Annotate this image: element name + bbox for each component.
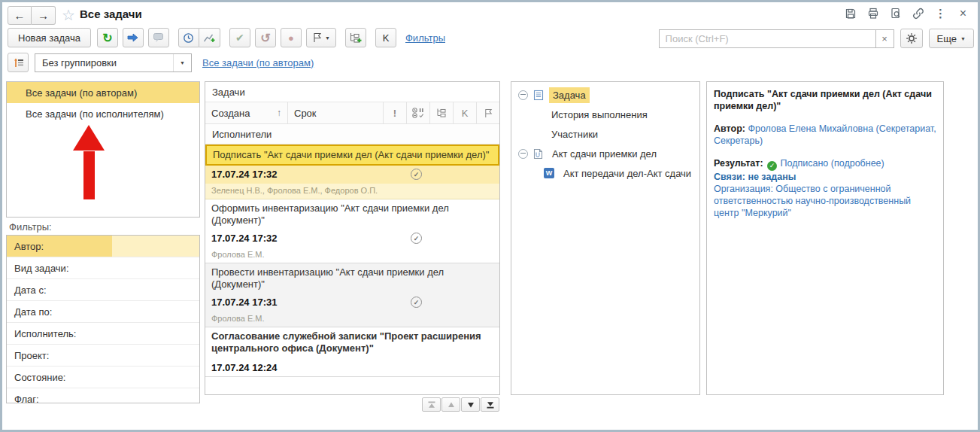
details-author: Автор: Фролова Елена Михайловна (Секрета… [714,123,937,147]
filter-row-date-from[interactable]: Дата с: [7,279,199,301]
tasks-column-headers: Создана ↑ Срок ! K [205,102,499,124]
forward-arrow-icon[interactable]: → [32,6,56,25]
menu-dots-icon[interactable]: ⋮ [934,7,947,20]
task-row[interactable]: Подписать "Акт сдачи приемки дел (Акт сд… [205,145,499,199]
kanban-button[interactable]: K [375,28,396,47]
filter-row-author[interactable]: Автор: [7,236,199,257]
sort-list-icon [13,57,24,68]
blue-arrow-icon [127,33,138,42]
cancel-task-button[interactable]: ● [281,28,302,47]
task-created-cell: 17.07.24 12:24 [205,359,499,377]
task-executors: Зеленец Н.В., Фролова Е.М., Федоров О.П. [205,184,499,199]
chart-add-button[interactable] [199,28,220,47]
tree-node-participants[interactable]: Участники [511,124,699,144]
filters-link[interactable]: Фильтры [405,32,445,44]
task-created-value: 17.07.24 17:32 [211,233,277,244]
caret-down-icon: ▼ [325,35,330,41]
task-row[interactable]: Оформить инвентаризацию "Акт сдачи прием… [205,199,499,263]
link-icon[interactable] [912,7,924,20]
author-link[interactable]: Фролова Елена Михайловна (Секретариат, С… [714,123,936,146]
tasks-panel-title: Задачи [205,82,499,102]
details-organization: Организация: Общество с ограниченной отв… [714,183,937,219]
filter-row-task-type[interactable]: Вид задачи: [7,257,199,279]
column-due[interactable]: Срок [288,102,384,123]
column-flag[interactable] [477,102,499,123]
favorite-star-icon[interactable]: ☆ [62,6,75,24]
filter-value [112,388,199,403]
filter-row-flag[interactable]: Флаг: [7,388,199,403]
filter-row-executor[interactable]: Исполнитель: [7,323,199,345]
restart-button[interactable]: ↺ [255,28,276,47]
filter-row-date-to[interactable]: Дата по: [7,301,199,323]
search-clear-button[interactable]: × [875,29,894,48]
tasks-panel: Задачи Создана ↑ Срок ! [205,81,500,395]
filter-row-state[interactable]: Состояние: [7,367,199,388]
annotation-arrow-shaft [83,151,95,199]
column-importance[interactable]: ! [384,102,407,123]
preview-search-icon[interactable] [889,7,902,20]
task-row[interactable]: Провести инвентаризацию "Акт сдачи прием… [205,263,499,327]
tree-node-file[interactable]: W Акт передачи дел-Акт сдачи [511,163,699,183]
filter-label: Проект: [7,345,112,366]
save-icon[interactable] [844,7,857,20]
done-check-icon: ✓ [411,297,422,308]
task-created-value: 17.07.24 12:24 [211,362,277,373]
search-input[interactable] [659,29,875,48]
collapse-icon[interactable] [518,90,528,100]
filter-value [112,323,199,344]
execute-button[interactable]: ✔ [229,28,250,47]
status-grid-icon [412,108,424,118]
view-item-by-authors[interactable]: Все задачи (по авторам) [7,82,199,103]
speech-bubble-icon [153,32,164,43]
grouping-select[interactable]: Без группировки ▼ [35,53,192,72]
go-last-button[interactable] [481,397,499,412]
print-icon[interactable] [866,7,879,20]
tree-node-history[interactable]: История выполнения [511,105,699,124]
column-kanban[interactable]: K [454,102,477,123]
go-next-button[interactable] [461,397,480,412]
tree-node-task[interactable]: Задача [511,85,699,105]
task-created-cell: 17.07.24 17:32 ✓ [205,230,499,248]
sort-button[interactable] [8,53,29,72]
view-item-by-executors[interactable]: Все задачи (по исполнителям) [7,103,199,124]
column-subtasks[interactable] [430,102,454,123]
more-button[interactable]: Еще ▼ [929,29,974,48]
comment-button[interactable] [148,28,169,47]
page-title: Все задачи [80,8,142,20]
close-icon[interactable]: × [957,7,969,20]
author-label: Автор: [714,123,745,134]
links-value[interactable]: не заданы [748,172,796,182]
column-status[interactable] [407,102,430,123]
result-more-link[interactable]: (подробнее) [831,158,884,169]
tree-icon [436,108,447,117]
filter-value [112,257,199,278]
filter-value [112,345,199,366]
task-created-value: 17.07.24 17:31 [211,297,277,308]
search-cluster: × Еще ▼ [659,29,974,48]
collapse-icon[interactable] [518,149,528,159]
go-previous-button[interactable] [441,397,460,412]
current-view-link[interactable]: Все задачи (по авторам) [202,57,314,68]
task-details-panel: Подписать "Акт сдачи приемки дел (Акт сд… [706,81,944,395]
task-created-cell: 17.07.24 17:32 ✓ [205,166,499,184]
filter-row-project[interactable]: Проект: [7,345,199,367]
more-button-label: Еще [937,33,957,44]
column-created[interactable]: Создана ↑ [205,102,288,123]
forward-task-button[interactable] [123,28,144,47]
back-arrow-icon[interactable]: ← [8,6,32,25]
tree-node-label: Задача [549,87,590,103]
new-task-button[interactable]: Новая задача [8,28,91,47]
history-nav: ← → [8,6,56,25]
tree-node-document[interactable]: Акт сдачи приемки дел [511,144,699,163]
settings-gear-button[interactable] [900,29,923,48]
chart-plus-icon [203,32,215,44]
subtask-tree-button[interactable] [345,28,366,47]
filter-label: Дата по: [7,301,112,322]
filter-label: Вид задачи: [7,257,112,278]
flag-menu-button[interactable]: ▼ [306,28,336,47]
deadline-clock-button[interactable] [178,28,199,47]
task-row[interactable]: Согласование служебной записки "Проект р… [205,327,499,377]
refresh-button[interactable]: ↻ [97,28,118,47]
task-title: Подписать "Акт сдачи приемки дел (Акт сд… [205,145,499,166]
go-first-button[interactable] [422,397,441,412]
